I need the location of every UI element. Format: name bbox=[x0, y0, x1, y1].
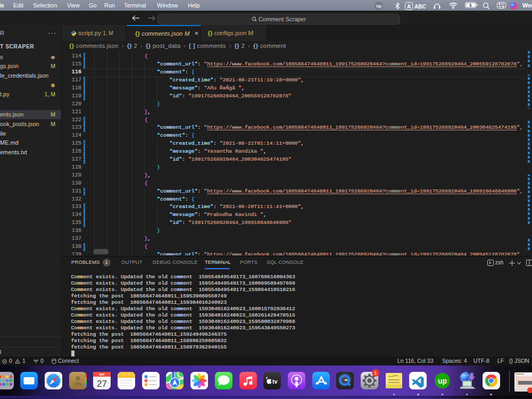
svg-text:ABC: ABC bbox=[414, 3, 426, 9]
svg-text:27: 27 bbox=[97, 379, 107, 389]
svg-text:Up: Up bbox=[376, 4, 381, 9]
svg-text:A: A bbox=[407, 3, 411, 9]
svg-text:SEP: SEP bbox=[99, 373, 105, 376]
svg-text:tv: tv bbox=[272, 378, 277, 385]
svg-text:up: up bbox=[438, 377, 447, 385]
